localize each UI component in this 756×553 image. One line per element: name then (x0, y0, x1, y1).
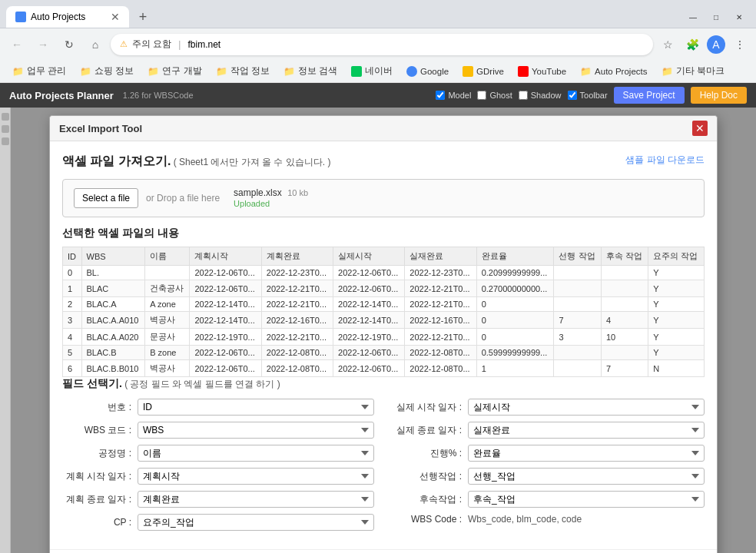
folder-icon: 📁 (216, 66, 227, 77)
field-row-name: 공정명 : 이름 (62, 445, 374, 462)
model-checkbox[interactable] (436, 91, 445, 100)
window-controls: — □ ✕ (682, 9, 750, 28)
save-project-button[interactable]: Save Project (614, 87, 685, 104)
field-select-pred[interactable]: 선행_작업 (468, 468, 705, 485)
home-button[interactable]: ⌂ (85, 34, 106, 55)
col-header-id: ID (63, 247, 82, 266)
bookmark-item-search[interactable]: 📁 정보 검색 (277, 63, 343, 79)
field-row-progress: 진행% : 완료율 (393, 445, 705, 462)
main-content: Excel Import Tool ✕ 샘플 파일 다운로드 액셀 파일 가져오… (11, 108, 756, 553)
field-select-progress[interactable]: 완료율 (468, 445, 705, 462)
bookmark-label: Google (420, 67, 449, 76)
field-select-actual-start[interactable]: 실제시작 (468, 399, 705, 416)
col-header-succ: 후속 작업 (601, 247, 648, 266)
toolbar-checkbox[interactable] (568, 91, 577, 100)
help-doc-button[interactable]: Help Doc (691, 87, 747, 104)
app-version: 1.26 for WBSCode (123, 91, 194, 100)
bookmark-item-auto-projects[interactable]: 📁 Auto Projects (574, 64, 653, 79)
address-input[interactable]: ⚠ 주의 요함 | fbim.net (111, 34, 653, 55)
refresh-button[interactable]: ↻ (58, 34, 80, 55)
folder-icon: 📁 (80, 66, 91, 77)
col-header-actual-end: 실재완료 (405, 247, 476, 266)
field-select-wbs[interactable]: WBS (138, 422, 374, 439)
active-tab[interactable]: Auto Projects ✕ (6, 6, 129, 28)
bookmark-label: 작업 정보 (230, 65, 270, 77)
sidebar-icon-1 (2, 113, 9, 121)
menu-icon[interactable]: ⋮ (730, 35, 750, 55)
bookmark-icon[interactable]: ☆ (658, 35, 678, 55)
bookmark-item-gdrive[interactable]: GDrive (456, 64, 510, 79)
field-row-succ: 후속작업 : 후속_작업 (393, 491, 705, 508)
address-warning-text: 주의 요함 (132, 38, 171, 51)
modal-title: Excel Import Tool (59, 123, 142, 134)
import-section: 샘플 파일 다운로드 액셀 파일 가져오기. ( Sheet1 에서만 가져 올… (62, 154, 705, 170)
folder-icon: 📁 (662, 66, 673, 77)
table-row: 6 BLAC.B.B010 벽공사 2022-12-06T0... 2022-1… (63, 360, 705, 377)
col-header-actual-start: 실제시작 (333, 247, 405, 266)
folder-icon: 📁 (12, 66, 24, 77)
naver-icon (351, 66, 362, 77)
col-header-name: 이름 (145, 247, 190, 266)
field-select-plan-end[interactable]: 계획완료 (138, 491, 374, 508)
field-select-cp[interactable]: 요주의_작업 (138, 514, 374, 531)
col-header-pred: 선행 작업 (554, 247, 601, 266)
folder-icon: 📁 (148, 66, 159, 77)
modal-header: Excel Import Tool ✕ (50, 116, 717, 141)
bookmark-item-other[interactable]: 📁 기타 북마크 (655, 63, 731, 79)
extension-icon[interactable]: 🧩 (682, 35, 702, 55)
file-size: 10 kb (287, 188, 308, 197)
bookmark-label: YouTube (532, 67, 566, 76)
table-section-title: 선택한 액셀 파일의 내용 (62, 227, 705, 240)
checkbox-shadow[interactable]: Shadow (519, 91, 562, 100)
modal-close-button[interactable]: ✕ (692, 121, 708, 136)
bookmark-item-shopping[interactable]: 📁 쇼핑 정보 (74, 63, 140, 79)
table-row: 0 BL. 2022-12-06T0... 2022-12-23T0... 20… (63, 266, 705, 280)
sample-download-link[interactable]: 샘플 파일 다운로드 (625, 154, 705, 167)
ghost-checkbox[interactable] (477, 91, 486, 100)
app-title: Auto Projects Planner (9, 90, 114, 101)
drop-text: or Drop a file here (146, 193, 220, 204)
folder-icon: 📁 (284, 66, 295, 77)
wbs-code-value: Wbs_code, blm_code, code (468, 514, 705, 525)
forward-button[interactable]: → (32, 34, 54, 55)
browser-chrome: Auto Projects ✕ + — □ ✕ ← → ↻ ⌂ ⚠ 주의 요함 … (0, 0, 756, 83)
checkbox-ghost[interactable]: Ghost (477, 91, 512, 100)
field-select-plan-start[interactable]: 계획시작 (138, 468, 374, 485)
field-select-succ[interactable]: 후속_작업 (468, 491, 705, 508)
new-tab-button[interactable]: + (132, 6, 154, 28)
youtube-icon (518, 66, 529, 77)
bookmark-label: 기타 북마크 (676, 65, 724, 77)
field-label-actual-start: 실제 시작 일자 : (393, 401, 462, 414)
shadow-checkbox[interactable] (519, 91, 528, 100)
field-row-actual-start: 실제 시작 일자 : 실제시작 (393, 399, 705, 416)
bookmark-item-task-mgmt[interactable]: 📁 업무 관리 (6, 63, 72, 79)
sidebar-icon-2 (2, 125, 9, 133)
table-row: 4 BLAC.A.A020 문공사 2022-12-19T0... 2022-1… (63, 329, 705, 346)
modal-overlay: Excel Import Tool ✕ 샘플 파일 다운로드 액셀 파일 가져오… (11, 108, 756, 553)
file-status: Uploaded (234, 199, 270, 208)
field-label-pred: 선행작업 : (393, 470, 462, 483)
select-file-button[interactable]: Select a file (74, 188, 138, 208)
table-row: 3 BLAC.A.A010 벽공사 2022-12-14T0... 2022-1… (63, 312, 705, 329)
tab-close-button[interactable]: ✕ (111, 12, 120, 22)
bookmark-item-youtube[interactable]: YouTube (512, 64, 572, 79)
field-select-id[interactable]: ID (138, 399, 374, 416)
bookmark-item-naver[interactable]: 네이버 (345, 63, 399, 79)
field-row-plan-end: 계획 종료 일자 : 계획완료 (62, 491, 374, 508)
close-button[interactable]: ✕ (728, 9, 750, 25)
field-label-wbs: WBS 코드 : (62, 424, 131, 437)
back-button[interactable]: ← (6, 34, 28, 55)
bookmark-item-research[interactable]: 📁 연구 개발 (141, 63, 207, 79)
checkbox-toolbar[interactable]: Toolbar (568, 91, 608, 100)
col-header-wbs: WBS (81, 247, 145, 266)
checkbox-model[interactable]: Model (436, 91, 471, 100)
bookmark-item-work-info[interactable]: 📁 작업 정보 (210, 63, 276, 79)
field-label-name: 공정명 : (62, 447, 131, 460)
field-select-actual-end[interactable]: 실재완료 (468, 422, 705, 439)
field-select-name[interactable]: 이름 (138, 445, 374, 462)
profile-icon[interactable]: A (707, 35, 725, 54)
minimize-button[interactable]: — (682, 9, 704, 25)
bookmark-item-google[interactable]: Google (400, 64, 455, 79)
col-header-rate: 완료율 (476, 247, 554, 266)
maximize-button[interactable]: □ (705, 9, 727, 25)
